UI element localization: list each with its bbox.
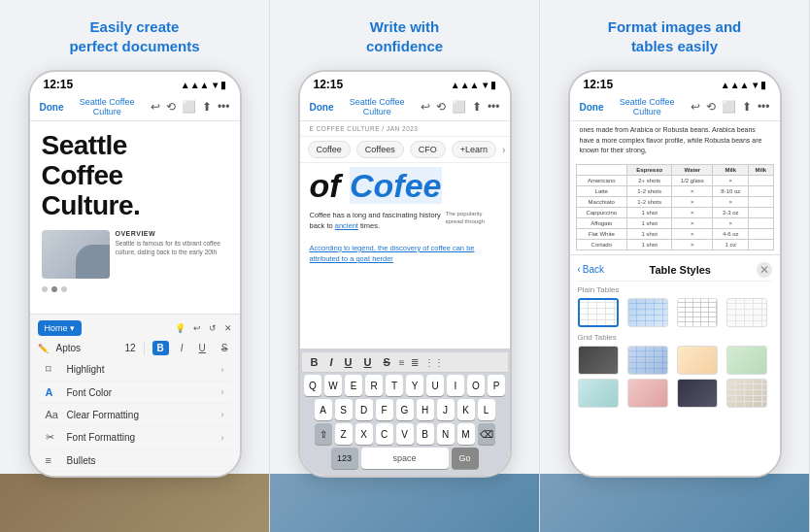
fbar-bold[interactable]: B [308,355,321,369]
fbar-strike[interactable]: S [380,355,392,369]
tool-icon-2[interactable]: ↩ [193,323,201,333]
done-button-1[interactable]: Done [40,102,64,113]
fbar-italic[interactable]: I [326,355,335,369]
key-y[interactable]: Y [406,375,423,396]
autocomplete-coffees[interactable]: Coffees [356,141,404,158]
battery-icon: ▮ [220,80,226,90]
key-x[interactable]: X [355,423,373,445]
undo-icon[interactable]: ↩ [151,100,160,114]
fbar-list[interactable]: ≡ [399,357,405,368]
more-icon[interactable]: ••• [218,100,230,114]
ts-grid-7[interactable] [677,379,718,408]
italic-btn[interactable]: I [177,341,187,355]
more-icon-2[interactable]: ••• [488,100,500,114]
td-co-water: × [672,239,713,249]
key-g[interactable]: G [396,399,414,420]
redo-icon-3[interactable]: ⟲ [706,100,716,114]
key-q[interactable]: Q [304,375,321,396]
ts-grid-3[interactable] [677,346,718,375]
tool-icon-3[interactable]: ↺ [209,323,217,333]
ancient-link[interactable]: ancient [335,221,358,230]
ts-grid-4[interactable] [726,346,767,375]
back-button[interactable]: ‹ Back [578,264,605,275]
fbar-underline2[interactable]: U [360,355,374,369]
bold-btn[interactable]: B [152,341,169,355]
table-row: Cappuccino 1 shot × 2-3 oz [576,207,773,217]
autocomplete-learn[interactable]: +Learn [452,141,496,158]
home-label: Home [45,323,68,333]
ts-grid-5[interactable] [578,379,619,408]
menu-font-color[interactable]: A Font Color › [38,382,232,404]
menu-bullets[interactable]: ≡ Bullets [38,449,232,472]
format-icon-2[interactable]: ⬜ [452,100,466,114]
key-k[interactable]: K [457,399,475,420]
fbar-underline[interactable]: U [342,355,355,369]
menu-font-format[interactable]: ✂ Font Formatting › [38,426,232,449]
ts-grid-8[interactable] [726,379,767,408]
redo-icon-2[interactable]: ⟲ [436,100,446,114]
close-button[interactable]: ✕ [757,262,772,278]
td-la-esp: 1-2 shots [627,185,672,196]
tool-icon-1[interactable]: 💡 [175,323,186,333]
key-p[interactable]: P [488,375,505,396]
key-v[interactable]: V [396,423,414,445]
fbar-indent[interactable]: ≣ [411,357,419,368]
key-t[interactable]: T [386,375,403,396]
share-icon-2[interactable]: ⬆ [472,100,482,114]
key-e[interactable]: E [345,375,362,396]
ts-plain-2[interactable] [627,298,668,327]
ts-grid-1[interactable] [578,346,619,375]
menu-clear-format[interactable]: Aa Clear Formatting › [38,404,232,426]
key-r[interactable]: R [365,375,383,396]
home-button[interactable]: Home ▾ [38,320,82,336]
key-m[interactable]: M [457,423,475,445]
format-icon[interactable]: ⬜ [182,100,196,114]
redo-icon[interactable]: ⟲ [166,100,176,114]
done-button-3[interactable]: Done [580,102,604,113]
key-u[interactable]: U [426,375,444,396]
undo-icon-2[interactable]: ↩ [421,100,430,114]
key-h[interactable]: H [417,399,434,420]
ts-grid-6[interactable] [627,379,668,408]
done-button-2[interactable]: Done [310,102,334,113]
grid-tables-title: Grid Tables [578,333,772,342]
share-icon-3[interactable]: ⬆ [742,100,752,114]
format-icon-3[interactable]: ⬜ [722,100,736,114]
underline-btn[interactable]: U [195,341,210,355]
key-a[interactable]: A [315,399,332,420]
key-b[interactable]: B [417,423,434,445]
key-j[interactable]: J [437,399,455,420]
key-go[interactable]: Go [452,448,479,469]
ts-plain-4[interactable] [726,298,767,327]
key-l[interactable]: L [478,399,495,420]
insert-icon[interactable]: ✏️ [38,344,49,353]
key-123[interactable]: 123 [331,448,358,469]
share-icon[interactable]: ⬆ [202,100,212,114]
ts-plain-3[interactable] [677,298,718,327]
fbar-more[interactable]: ⋮⋮ [424,357,444,368]
autocomplete-arrow[interactable]: › [502,145,505,155]
key-n[interactable]: N [437,423,455,445]
more-icon-3[interactable]: ••• [758,100,770,114]
menu-highlight[interactable]: ⌑ Highlight › [38,358,232,382]
key-f[interactable]: F [376,399,393,420]
font-format-icon: ✂ [46,431,59,444]
autocomplete-cfo[interactable]: CFO [410,141,446,158]
autocomplete-coffee[interactable]: Coffee [308,141,351,158]
key-shift[interactable]: ⇧ [315,423,332,445]
ts-grid-2[interactable] [627,346,668,375]
undo-icon-3[interactable]: ↩ [691,100,700,114]
key-row-1: Q W E R T Y U I O P [302,375,508,396]
key-del[interactable]: ⌫ [478,423,495,445]
key-i[interactable]: I [447,375,464,396]
key-w[interactable]: W [324,375,342,396]
key-d[interactable]: D [355,399,373,420]
key-o[interactable]: O [467,375,485,396]
key-space[interactable]: space [361,448,449,469]
key-z[interactable]: Z [335,423,353,445]
tool-icon-4[interactable]: ✕ [224,323,232,333]
key-c[interactable]: C [376,423,393,445]
ts-plain-1[interactable] [578,298,619,327]
key-s[interactable]: S [335,399,353,420]
strikethrough-btn[interactable]: S [218,341,232,355]
